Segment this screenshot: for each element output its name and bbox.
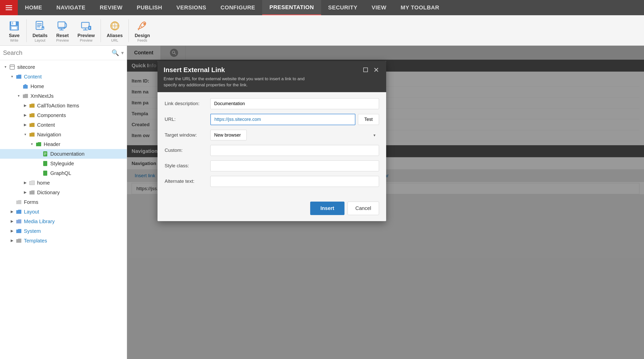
- right-panel: Content Quick Info Item ID: {D8F3C3F8-B8…: [127, 46, 644, 359]
- alternate-text-input[interactable]: [210, 176, 379, 187]
- tree-item-home[interactable]: Home: [0, 81, 127, 91]
- save-icon: [8, 20, 21, 32]
- target-window-row: Target window: New browser Same window N…: [165, 130, 379, 140]
- tree-item-system[interactable]: ▶ System: [0, 226, 127, 236]
- nav-publish[interactable]: PUBLISH: [130, 0, 169, 15]
- tree-item-content[interactable]: ▾ Content: [0, 72, 127, 81]
- tree-item-forms[interactable]: Forms: [0, 197, 127, 207]
- custom-input[interactable]: [210, 145, 379, 156]
- tree-label-dictionary: Dictionary: [37, 189, 60, 196]
- toolbar-ribbon: Save Write Details Layout: [0, 15, 644, 46]
- search-icon[interactable]: 🔍: [112, 49, 119, 56]
- tree-item-sitecore[interactable]: ▾ sitecore: [0, 62, 127, 72]
- tree-arrow: ▾: [10, 74, 14, 79]
- design-button[interactable]: Design Feeds: [131, 17, 154, 45]
- tree-label-xmnextjs: XmNextJs: [30, 92, 54, 100]
- nav-security[interactable]: SECURITY: [321, 0, 365, 15]
- details-button[interactable]: Details Layout: [29, 17, 51, 45]
- tree-item-home2[interactable]: ▶ home: [0, 178, 127, 188]
- svg-rect-38: [364, 68, 368, 72]
- aliases-sublabel: URL: [111, 38, 118, 42]
- save-button[interactable]: Save Write: [4, 17, 24, 45]
- link-description-row: Link description:: [165, 98, 379, 109]
- modal-header-content: Insert External Link Enter the URL for t…: [164, 66, 306, 88]
- details-sublabel: Layout: [35, 38, 45, 42]
- style-class-input[interactable]: [210, 160, 379, 171]
- test-button[interactable]: Test: [358, 114, 379, 125]
- tree-label-header: Header: [44, 141, 60, 148]
- tree-label-styleguide: Styleguide: [50, 160, 74, 167]
- tree-arrow: ▶: [23, 103, 27, 108]
- modal-header-controls: [362, 66, 380, 74]
- url-input[interactable]: [210, 114, 355, 125]
- tree-item-layout[interactable]: ▶ Layout: [0, 207, 127, 217]
- insert-external-link-modal: Insert External Link Enter the URL for t…: [158, 61, 386, 221]
- svg-rect-1: [11, 22, 16, 25]
- search-bar: 🔍 ▾: [0, 46, 127, 60]
- tree-item-styleguide[interactable]: Styleguide: [0, 159, 127, 168]
- tree-arrow: ▶: [10, 219, 14, 224]
- insert-button[interactable]: Insert: [310, 202, 344, 215]
- aliases-button[interactable]: Aliases URL: [103, 17, 127, 45]
- modal-header: Insert External Link Enter the URL for t…: [158, 61, 386, 92]
- tree-label-sitecore: sitecore: [17, 63, 35, 71]
- styleguide-icon: [42, 160, 49, 167]
- preview-button[interactable]: Preview Preview: [74, 17, 99, 45]
- tree-item-graphql[interactable]: GraphQL: [0, 168, 127, 178]
- tree-item-content-sub[interactable]: ▶ Content: [0, 120, 127, 130]
- save-sublabel: Write: [10, 38, 18, 42]
- svg-point-24: [143, 23, 145, 25]
- tree-item-calltoaction[interactable]: ▶ CallToAction Items: [0, 101, 127, 110]
- svg-rect-26: [10, 65, 14, 69]
- media-library-icon: [15, 218, 22, 225]
- design-label: Design: [135, 33, 150, 38]
- alternate-text-label: Alternate text:: [165, 178, 210, 184]
- tree-item-components[interactable]: ▶ Components: [0, 110, 127, 120]
- nav-home[interactable]: HOME: [18, 0, 49, 15]
- tree-item-media-library[interactable]: ▶ Media Library: [0, 217, 127, 226]
- home2-icon: [28, 179, 36, 186]
- reset-button[interactable]: Reset Preview: [52, 17, 73, 45]
- tree-item-navigation[interactable]: ▾ Navigation: [0, 130, 127, 139]
- tree-item-dictionary[interactable]: ▶ Dictionary: [0, 188, 127, 197]
- link-description-input[interactable]: [210, 98, 379, 109]
- modal-body: Link description: URL: Test Target windo: [158, 92, 386, 198]
- nav-view[interactable]: VIEW: [365, 0, 394, 15]
- nav-presentation[interactable]: PRESENTATION: [262, 0, 321, 15]
- tree-item-templates[interactable]: ▶ Templates: [0, 236, 127, 246]
- modal-maximize-button[interactable]: [362, 66, 369, 74]
- nav-versions[interactable]: VERSIONS: [169, 0, 213, 15]
- link-description-label: Link description:: [165, 101, 210, 106]
- tree-item-documentation[interactable]: Documentation: [0, 149, 127, 159]
- custom-label: Custom:: [165, 148, 210, 153]
- details-label: Details: [33, 33, 48, 38]
- hamburger-menu[interactable]: [0, 0, 18, 15]
- tree-label-home2: home: [37, 179, 50, 186]
- nav-configure[interactable]: CONFIGURE: [213, 0, 262, 15]
- tree-label-components: Components: [37, 112, 66, 119]
- tree-arrow: ▾: [16, 94, 21, 98]
- preview-sublabel: Preview: [80, 38, 92, 42]
- target-window-select[interactable]: New browser Same window New window: [210, 130, 247, 140]
- search-dropdown-icon[interactable]: ▾: [121, 50, 124, 56]
- toolbar-divider-1: [26, 19, 27, 42]
- nav-review[interactable]: REVIEW: [92, 0, 130, 15]
- search-input[interactable]: [3, 49, 109, 56]
- nav-my-toolbar[interactable]: MY TOOLBAR: [394, 0, 446, 15]
- nav-navigate[interactable]: NAVIGATE: [49, 0, 92, 15]
- tree-label-graphql: GraphQL: [50, 170, 71, 177]
- aliases-label: Aliases: [107, 33, 123, 38]
- modal-close-button[interactable]: [372, 66, 380, 74]
- svg-rect-6: [37, 23, 42, 24]
- svg-marker-29: [23, 84, 28, 86]
- svg-rect-34: [43, 161, 47, 166]
- content-sub-icon: [28, 121, 36, 128]
- tree-item-xmnextjs[interactable]: ▾ XmNextJs: [0, 91, 127, 101]
- home-icon: [22, 83, 29, 90]
- svg-rect-28: [23, 85, 28, 89]
- cancel-button[interactable]: Cancel: [348, 202, 379, 215]
- tree-arrow-empty2: [36, 152, 41, 156]
- tree-item-header[interactable]: ▾ Header: [0, 139, 127, 149]
- modal-subtitle: Enter the URL for the external website t…: [164, 76, 306, 88]
- toolbar-divider-2: [101, 19, 101, 42]
